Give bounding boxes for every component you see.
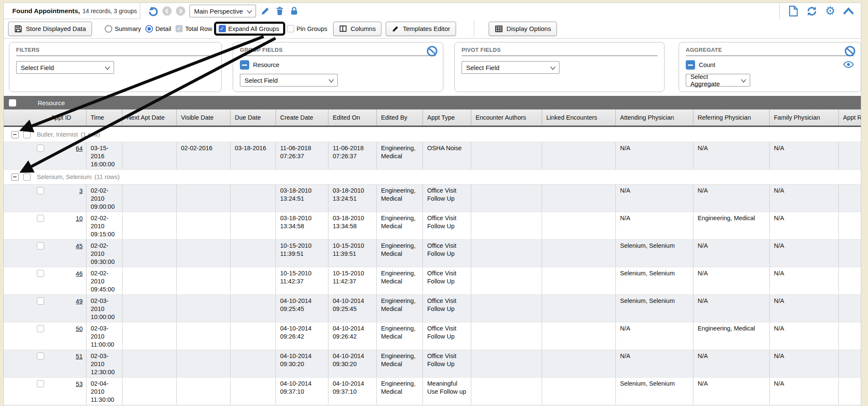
column-header-family-physician[interactable]: Family Physician — [770, 109, 839, 126]
filters-field-select[interactable]: Select Field — [16, 61, 114, 74]
chevron-down-icon — [247, 8, 252, 15]
appt-id-link[interactable]: 46 — [44, 270, 86, 278]
remove-aggregate-icon[interactable] — [686, 60, 695, 70]
cell-time: 02-02-2010 09:45:00 — [86, 267, 122, 294]
appt-id-link[interactable]: 3 — [44, 187, 86, 195]
appt-id-link[interactable]: 64 — [44, 145, 86, 153]
appt-id-link[interactable]: 51 — [44, 353, 86, 361]
column-header-linked-encounters[interactable]: Linked Encounters — [542, 109, 616, 126]
refresh-icon[interactable] — [806, 6, 818, 17]
row-checkbox[interactable] — [37, 187, 44, 194]
perspective-select[interactable]: Main Perspective — [189, 5, 256, 17]
store-displayed-data-button[interactable]: Store Displayed Data — [8, 22, 92, 36]
row-checkbox[interactable] — [37, 215, 44, 222]
group-fields-select[interactable]: Select Field — [240, 74, 338, 87]
cell-appt-type: Office Visit Follow Up — [423, 350, 471, 377]
row-checkbox[interactable] — [37, 380, 44, 387]
total-row-label: Total Row — [185, 25, 212, 32]
column-header-appt-id[interactable]: Appt ID — [4, 109, 86, 126]
cell-appt-type: Office Visit Follow Up — [423, 240, 471, 267]
expand-all-groups-highlight-box: ✓ Expand All Groups — [214, 22, 285, 36]
column-header-edited-by[interactable]: Edited By — [377, 109, 423, 126]
cell-family-physician: N/A — [770, 378, 839, 405]
group-checkbox[interactable] — [23, 174, 31, 181]
settings-gear-icon[interactable]: ⚙ — [825, 6, 835, 17]
appt-id-link[interactable]: 45 — [44, 242, 86, 250]
appt-id-link[interactable]: 53 — [44, 380, 86, 388]
cell-due-date — [231, 240, 276, 267]
undo-icon[interactable] — [147, 6, 158, 17]
cell-time: 02-02-2010 09:30:00 — [86, 240, 122, 267]
templates-editor-button[interactable]: Templates Editor — [386, 22, 456, 36]
group-collapse-toggle[interactable] — [11, 131, 19, 138]
column-header-appt-reason[interactable]: Appt Re — [839, 109, 861, 126]
collapse-chevron-up-icon[interactable] — [843, 7, 854, 15]
detail-radio[interactable]: Detail — [145, 25, 171, 33]
cell-encounter-authors — [471, 212, 542, 239]
aggregate-select-value: Select Aggregate — [690, 73, 737, 87]
cell-appt-reason — [839, 267, 861, 294]
aggregate-select[interactable]: Select Aggregate — [686, 74, 750, 87]
summary-radio[interactable]: Summary — [105, 25, 141, 33]
cell-due-date: 03-18-2016 — [231, 142, 276, 169]
group-collapse-toggle[interactable] — [11, 174, 19, 181]
page-title: Found Appointments, — [12, 7, 80, 15]
column-header-time[interactable]: Time — [86, 109, 122, 126]
pivot-fields-title: PIVOT FIELDS — [462, 47, 657, 56]
columns-button[interactable]: Columns — [333, 22, 381, 36]
column-header-attending-physician[interactable]: Attending Physician — [616, 109, 693, 126]
cell-appt-reason — [839, 212, 861, 239]
row-checkbox[interactable] — [37, 297, 44, 305]
checkbox-unchecked-icon — [287, 25, 294, 32]
cell-next-apt-date — [122, 322, 177, 350]
remove-group-field-icon[interactable] — [240, 60, 249, 70]
visibility-eye-icon[interactable] — [843, 61, 854, 70]
filters-title: FILTERS — [16, 47, 214, 56]
column-header-next-apt-date[interactable]: Next Apt Date — [122, 109, 177, 126]
column-header-edited-on[interactable]: Edited On — [328, 109, 377, 126]
cell-family-physician: N/A — [770, 185, 839, 212]
expand-all-groups-checkbox[interactable]: ✓ Expand All Groups — [219, 25, 279, 32]
display-options-button[interactable]: Display Options — [489, 22, 557, 36]
column-header-appt-type[interactable]: Appt Type — [423, 109, 471, 126]
appt-id-link[interactable]: 50 — [44, 325, 86, 333]
cell-family-physician: N/A — [770, 240, 839, 267]
row-checkbox[interactable] — [37, 145, 44, 152]
clear-aggregate-icon[interactable] — [844, 45, 856, 59]
total-row-checkbox[interactable]: ✓ Total Row — [175, 25, 212, 32]
column-header-encounter-authors[interactable]: Encounter Authors — [471, 109, 542, 126]
column-header-referring-physician[interactable]: Referring Physician — [693, 109, 770, 126]
cell-time: 02-04-2010 11:30:00 — [86, 378, 122, 405]
pivot-fields-select-value: Select Field — [466, 64, 499, 71]
row-checkbox[interactable] — [37, 325, 44, 332]
pivot-fields-select[interactable]: Select Field — [462, 61, 559, 74]
clear-group-fields-icon[interactable] — [426, 45, 438, 59]
row-checkbox[interactable] — [37, 242, 44, 249]
column-header-visible-date[interactable]: Visible Date — [177, 109, 231, 126]
cell-due-date — [231, 212, 276, 239]
columns-label: Columns — [351, 25, 376, 32]
edit-perspective-icon[interactable] — [260, 6, 270, 16]
pin-groups-checkbox[interactable]: Pin Groups — [287, 25, 328, 32]
delete-perspective-icon[interactable] — [275, 6, 285, 16]
cell-appt-reason — [839, 142, 861, 169]
prev-perspective-icon[interactable] — [162, 6, 172, 16]
lock-icon[interactable] — [289, 6, 299, 16]
row-checkbox[interactable] — [37, 353, 44, 360]
appt-id-link[interactable]: 10 — [44, 215, 86, 223]
cell-attending-physician: N/A — [616, 350, 693, 377]
cell-create-date: 10-15-2010 11:39:51 — [276, 240, 328, 267]
group-checkbox[interactable] — [23, 131, 31, 138]
cell-referring-physician: Engineering, Medical — [693, 212, 770, 239]
column-header-due-date[interactable]: Due Date — [231, 109, 276, 126]
cell-appt-type: Office Visit Follow Up — [423, 212, 471, 239]
cell-family-physician: N/A — [770, 267, 839, 294]
cell-appt-id: 3 — [4, 185, 86, 212]
new-document-icon[interactable] — [788, 6, 798, 17]
column-header-create-date[interactable]: Create Date — [276, 109, 328, 126]
select-all-checkbox[interactable] — [9, 99, 16, 106]
row-checkbox[interactable] — [37, 270, 44, 277]
cell-create-date: 04-10-2014 09:25:45 — [276, 295, 328, 322]
appt-id-link[interactable]: 49 — [44, 297, 86, 305]
next-perspective-icon[interactable] — [176, 6, 185, 16]
